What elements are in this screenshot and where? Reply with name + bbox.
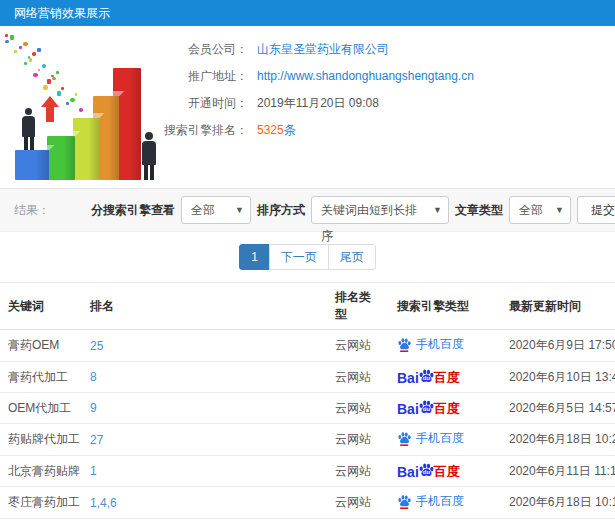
baidu-logo-bai: Bai — [397, 402, 419, 416]
submit-button[interactable]: 提交 — [577, 196, 615, 224]
company-name-link[interactable]: 山东皇圣堂药业有限公司 — [257, 42, 389, 56]
select-value: 全部 — [191, 203, 215, 217]
engine-type-cell: Baidu百度 — [389, 362, 501, 393]
rank-link[interactable]: 1 — [90, 464, 97, 478]
updated-time-cell: 2020年6月18日 10:25 — [501, 424, 615, 456]
select-value: 关键词由短到长排序 — [321, 203, 417, 243]
confetti-dot — [43, 85, 48, 90]
chevron-down-icon: ▼ — [235, 197, 244, 223]
promo-url-link[interactable]: http://www.shandonghuangshengtang.cn — [257, 69, 474, 83]
confetti-dot — [61, 87, 64, 90]
keyword-cell: 北京膏药贴牌 — [0, 456, 82, 487]
figure-head — [145, 132, 153, 140]
info-section: 会员公司：山东皇圣堂药业有限公司 推广地址：http://www.shandon… — [0, 26, 615, 188]
updated-time-cell: 2020年6月5日 14:57 — [501, 393, 615, 424]
confetti-dot — [23, 42, 28, 47]
baidu-logo: Baidu百度 — [397, 368, 460, 385]
baidu-paw-icon — [397, 431, 412, 446]
confetti-dot — [32, 52, 36, 56]
table-row: 膏药OEM25云网站手机百度2020年6月9日 17:50 — [0, 330, 615, 362]
confetti-dot — [33, 73, 38, 78]
filter-bar: 结果： 分搜索引擎查看 全部▼ 排序方式 关键词由短到长排序▼ 文章类型 全部▼… — [0, 188, 615, 232]
chevron-down-icon: ▼ — [433, 197, 442, 223]
rank-cell: 1 — [82, 456, 327, 487]
open-time-value: 2019年11月20日 09:08 — [257, 96, 379, 110]
growth-arrow-icon — [41, 96, 59, 122]
rank-type-cell: 云网站 — [327, 456, 389, 487]
next-page-button[interactable]: 下一页 — [269, 244, 329, 270]
baidu-logo-name: 百度 — [434, 465, 460, 479]
rank-count-unit: 条 — [284, 123, 296, 137]
rank-type-cell: 云网站 — [327, 362, 389, 393]
mobile-baidu-label: 手机百度 — [416, 430, 464, 447]
confetti-dot — [10, 35, 15, 40]
rank-cell: 8 — [82, 362, 327, 393]
table-row: 北京膏药贴牌1云网站Baidu百度2020年6月11日 11:18 — [0, 456, 615, 487]
figure-legs — [142, 165, 156, 180]
promo-bar — [73, 118, 99, 180]
mobile-baidu-logo: 手机百度 — [397, 336, 464, 353]
confetti-dot — [14, 50, 17, 53]
keyword-cell: 膏药OEM — [0, 330, 82, 362]
figure-legs — [22, 137, 35, 150]
baidu-paw-icon — [397, 494, 412, 509]
rank-link[interactable]: 8 — [90, 370, 97, 384]
baidu-logo: Baidu百度 — [397, 462, 460, 479]
field-open-time: 开通时间：2019年11月20日 09:08 — [160, 96, 615, 110]
keyword-cell: 枣庄膏药加工 — [0, 487, 82, 519]
table-row: 枣庄膏药加工1,4,6云网站手机百度2020年6月18日 10:19 — [0, 487, 615, 519]
updated-time-cell: 2020年6月10日 13:40 — [501, 362, 615, 393]
table-row: 药贴牌代加工27云网站手机百度2020年6月18日 10:25 — [0, 424, 615, 456]
confetti-dot — [19, 46, 23, 50]
results-table-body: 膏药OEM25云网站手机百度2020年6月9日 17:50膏药代加工8云网站Ba… — [0, 330, 615, 520]
select-value: 全部 — [519, 203, 543, 217]
chevron-down-icon: ▼ — [555, 197, 564, 223]
field-member-company: 会员公司：山东皇圣堂药业有限公司 — [160, 42, 615, 56]
confetti-dot — [42, 64, 46, 68]
filter-label-sort: 排序方式 — [257, 202, 305, 219]
engine-type-cell: 手机百度 — [389, 424, 501, 456]
pagination: 1 下一页 尾页 — [0, 244, 615, 270]
col-rank: 排名 — [82, 283, 327, 330]
rank-link[interactable]: 9 — [90, 401, 97, 415]
engine-filter-select[interactable]: 全部▼ — [181, 196, 251, 224]
mobile-baidu-label: 手机百度 — [416, 493, 464, 510]
businessman-left-figure — [22, 108, 35, 150]
keyword-cell: OEM代加工 — [0, 393, 82, 424]
mobile-baidu-logo: 手机百度 — [397, 430, 464, 447]
promo-bar — [15, 150, 49, 180]
result-label: 结果： — [14, 202, 50, 219]
engine-type-cell: 手机百度 — [389, 487, 501, 519]
article-type-select[interactable]: 全部▼ — [509, 196, 571, 224]
figure-torso — [22, 116, 35, 137]
rank-link[interactable]: 1,4,6 — [90, 496, 117, 510]
figure-head — [25, 108, 32, 115]
updated-time-cell: 2020年6月9日 17:50 — [501, 330, 615, 362]
mobile-baidu-logo: 手机百度 — [397, 493, 464, 510]
confetti-dot — [24, 62, 27, 65]
rank-cell: 1,4,6 — [82, 487, 327, 519]
confetti-dot — [52, 77, 56, 81]
arrow-tip — [41, 96, 59, 107]
baidu-logo-name: 百度 — [434, 371, 460, 385]
confetti-dot — [37, 48, 42, 53]
last-page-button[interactable]: 尾页 — [328, 244, 376, 270]
sort-order-select[interactable]: 关键词由短到长排序▼ — [311, 196, 449, 224]
rank-link[interactable]: 27 — [90, 433, 103, 447]
filter-label-article-type: 文章类型 — [455, 202, 503, 219]
figure-torso — [142, 141, 156, 165]
rank-type-cell: 云网站 — [327, 487, 389, 519]
confetti-dot — [56, 71, 60, 75]
arrow-stem — [46, 107, 54, 122]
businessman-right-figure — [142, 132, 156, 180]
baidu-logo: Baidu百度 — [397, 399, 460, 416]
rank-link[interactable]: 25 — [90, 339, 103, 353]
rank-count-value: 5325 — [257, 123, 284, 137]
page-1-button[interactable]: 1 — [239, 244, 270, 270]
confetti-dot — [29, 58, 33, 62]
baidu-logo-bai: Bai — [397, 465, 419, 479]
svg-text:du: du — [423, 375, 431, 381]
updated-time-cell: 2020年6月18日 10:19 — [501, 487, 615, 519]
confetti-dot — [38, 69, 41, 72]
filters: 分搜索引擎查看 全部▼ 排序方式 关键词由短到长排序▼ 文章类型 全部▼ 提交 — [91, 196, 615, 224]
